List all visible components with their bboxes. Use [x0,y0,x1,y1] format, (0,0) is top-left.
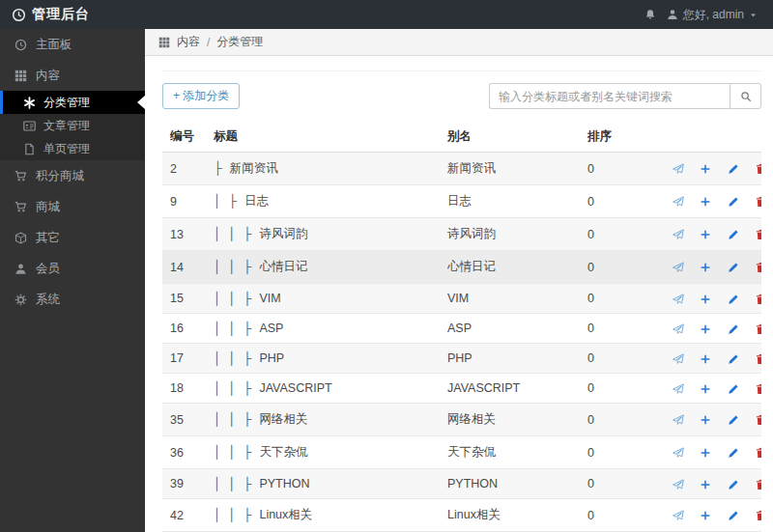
table-row[interactable]: 9 │ ├日志 日志 0 [162,185,761,218]
add-child-button[interactable] [700,447,711,459]
delete-button[interactable] [755,196,761,208]
send-button[interactable] [673,510,684,521]
sidebar-item-dashboard[interactable]: 主面板 [0,29,145,60]
send-button[interactable] [673,229,684,240]
sidebar-item-label: 其它 [36,230,60,246]
plus-icon [700,323,711,335]
table-row[interactable]: 42 │ │ ├Linux相关 Linux相关 0 [162,499,761,532]
edit-button[interactable] [728,196,739,208]
row-title: 心情日记 [259,260,307,273]
table-row[interactable]: 39 │ │ ├PYTHON PYTHON 0 [162,469,761,499]
edit-button[interactable] [728,163,739,175]
breadcrumb-section[interactable]: 内容 [177,34,200,50]
row-title: PYTHON [259,477,309,490]
edit-button[interactable] [728,479,739,490]
delete-button[interactable] [755,229,761,240]
cell-actions [652,284,761,314]
sidebar-item-label: 积分商城 [36,168,84,184]
topbar-right: 您好, admin [644,7,773,23]
delete-button[interactable] [755,447,761,459]
table-row[interactable]: 36 │ │ ├天下杂侃 天下杂侃 0 [162,436,761,469]
breadcrumb-page[interactable]: 分类管理 [216,34,263,50]
table-row[interactable]: 13 │ │ ├诗风词韵 诗风词韵 0 [162,218,761,251]
add-child-button[interactable] [700,479,711,490]
delete-button[interactable] [755,294,761,305]
delete-button[interactable] [755,510,761,521]
send-button[interactable] [673,163,684,175]
add-child-button[interactable] [700,353,711,365]
sidebar-item-content[interactable]: 内容 [0,60,145,91]
add-child-button[interactable] [700,414,711,426]
send-button[interactable] [673,353,684,365]
table-row[interactable]: 2 ├新闻资讯 新闻资讯 0 [162,153,761,185]
send-button[interactable] [673,383,684,395]
edit-button[interactable] [728,510,739,521]
edit-button[interactable] [728,383,739,395]
sidebar-item-article-manage[interactable]: 文章管理 [0,114,145,137]
sidebar-item-label: 主面板 [36,37,72,53]
user-menu[interactable]: 您好, admin [667,7,758,23]
search-button[interactable] [730,83,761,109]
cell-id: 36 [162,436,206,469]
cell-id: 18 [162,374,206,404]
sidebar-item-other[interactable]: 其它 [0,222,145,253]
main-content: + 添加分类 编号 标题 别名 排序 [145,57,773,532]
send-button[interactable] [673,447,684,459]
edit-button[interactable] [728,414,739,426]
add-child-button[interactable] [700,163,711,175]
brand[interactable]: 管理后台 [0,6,90,23]
send-button[interactable] [673,479,684,490]
delete-button[interactable] [755,414,761,426]
tree-prefix: │ │ ├ [214,381,253,395]
row-title: 新闻资讯 [230,161,278,175]
delete-button[interactable] [755,262,761,273]
edit-button[interactable] [728,294,739,305]
trash-icon [755,479,761,490]
sidebar-item-mall[interactable]: 商城 [0,191,145,222]
delete-button[interactable] [755,479,761,490]
cell-sort: 0 [580,153,652,185]
table-row[interactable]: 17 │ │ ├PHP PHP 0 [162,344,761,374]
cell-id: 13 [162,218,206,251]
cell-alias: VIM [440,284,580,314]
search-input[interactable] [489,83,730,109]
bell-icon[interactable] [644,9,656,20]
delete-button[interactable] [755,323,761,335]
delete-button[interactable] [755,383,761,395]
edit-button[interactable] [728,353,739,365]
table-row[interactable]: 14 │ │ ├心情日记 心情日记 0 [162,251,761,284]
delete-button[interactable] [755,163,761,175]
add-child-button[interactable] [700,383,711,395]
edit-button[interactable] [728,262,739,273]
category-table: 编号 标题 别名 排序 2 ├新闻资讯 新闻资讯 0 9 │ [162,122,761,532]
row-title: PHP [259,351,284,365]
sidebar-item-points-mall[interactable]: 积分商城 [0,160,145,191]
edit-button[interactable] [728,447,739,459]
edit-button[interactable] [728,323,739,335]
send-button[interactable] [673,294,684,305]
add-child-button[interactable] [700,294,711,305]
add-child-button[interactable] [700,262,711,273]
sidebar-item-members[interactable]: 会员 [0,253,145,284]
send-button[interactable] [673,414,684,426]
send-button[interactable] [673,262,684,273]
add-child-button[interactable] [700,229,711,240]
sidebar-item-system[interactable]: 系统 [0,284,145,315]
sidebar-item-category-manage[interactable]: 分类管理 [0,91,145,114]
delete-button[interactable] [755,353,761,365]
trash-icon [755,447,761,459]
add-child-button[interactable] [700,510,711,521]
table-row[interactable]: 35 │ │ ├网络相关 网络相关 0 [162,404,761,436]
send-button[interactable] [673,323,684,335]
cell-title: │ │ ├PHP [206,344,440,374]
edit-button[interactable] [728,229,739,240]
table-row[interactable]: 16 │ │ ├ASP ASP 0 [162,314,761,344]
table-row[interactable]: 18 │ │ ├JAVASCRIPT JAVASCRIPT 0 [162,374,761,404]
send-button[interactable] [673,196,684,208]
table-row[interactable]: 15 │ │ ├VIM VIM 0 [162,284,761,314]
add-child-button[interactable] [700,196,711,208]
sidebar-item-page-manage[interactable]: 单页管理 [0,137,145,160]
add-child-button[interactable] [700,323,711,335]
add-category-button[interactable]: + 添加分类 [162,83,240,109]
sidebar-item-label: 内容 [36,68,60,84]
